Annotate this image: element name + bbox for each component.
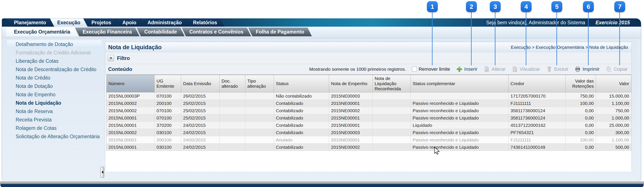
remove-limit-checkbox[interactable] [412,67,417,72]
top-menu-tab[interactable]: Administração [140,19,189,27]
table-cell: Passivo reconhecido e Liquidado [411,100,508,107]
table-cell: 0,00 [566,107,596,114]
top-menu-tab[interactable]: Execução [50,19,88,27]
sidebar-item[interactable]: Receita Prevista [7,116,102,124]
sub-menu-tab[interactable]: Contratos e Convênios [182,28,251,36]
column-header[interactable]: UG Emitente [154,75,181,92]
table-cell: 030100 [154,129,181,136]
column-header[interactable]: Valor das Retenções [566,75,596,92]
callout-badge: 1 [427,1,438,12]
window-bottom-shadow [0,181,644,184]
table-cell: 25/02/2015 [181,114,220,122]
welcome-bar: Seja bem vindo(a), Administrador do Sist… [486,19,630,27]
grid-area: NúmeroUG EmitenteData EmissãoDoc. altera… [105,74,632,171]
table-cell [373,136,411,144]
table-row[interactable]: 2015NL00003P07010026/02/2015Não contabil… [106,92,631,100]
sub-menu-tab[interactable]: Contabilidade [136,28,184,36]
edit-button: Alterar [484,66,506,72]
toolbar: Mostrando somente os 1000 primeiros regi… [309,66,628,72]
edit-document-icon [484,66,490,72]
column-header[interactable]: Tipo alteração [245,75,274,92]
sub-menu-tab[interactable]: Execução Financeira [75,28,140,36]
table-row[interactable]: 2015NL0000137020024/02/2015Contabilizado… [106,122,631,129]
table-cell: Passivo reconhecido e Liquidado [411,129,508,136]
sidebar-item[interactable]: Nota de Crédito [7,74,102,82]
table-row[interactable]: 2015NL0000107010025/02/2015Contabilizado… [106,114,631,122]
table-cell [245,136,274,144]
records-table: NúmeroUG EmitenteData EmissãoDoc. altera… [106,75,631,151]
top-menu-tab[interactable]: Relatórios [186,19,224,27]
sidebar-item[interactable]: Nota de Liquidação [7,99,102,107]
sub-menu-tab[interactable]: Folha de Pagamento [248,28,312,36]
table-cell: Contabilizado [274,100,329,107]
table-cell: 35811736000124 [508,107,566,114]
table-cell [245,107,274,114]
sidebar-item[interactable]: Liberação de Cotas [7,57,102,65]
sidebar-item[interactable]: Detalhamento de Dotação [7,40,102,49]
table-cell: 2015NL00001 [106,136,154,144]
record-limit-text: Mostrando somente os 1000 primeiros regi… [309,67,406,72]
sidebar-item[interactable]: Solicitação de Alteração Orçamentária [7,132,102,141]
table-cell: 25/02/2015 [181,107,220,114]
table-cell [245,129,274,136]
sub-menu-bar: Execução OrçamentáriaExecução Financeira… [2,27,641,38]
table-cell: 74361411000149 [508,144,566,151]
table-cell: 200100 [154,100,181,107]
top-menu-tab[interactable]: Projetos [84,19,118,27]
callout-badge: 5 [552,1,562,12]
sidebar-item[interactable]: Nota de Descentralização de Crédito [7,65,102,74]
welcome-text: Seja bem vindo(a), Administrador do Sist… [486,20,586,26]
sidebar-item[interactable]: Nota de Empenho [7,90,102,99]
column-header[interactable]: Status [274,75,329,92]
table-cell [220,114,245,122]
table-cell [245,122,274,129]
column-header[interactable]: Número [106,75,154,92]
column-header[interactable]: Data Emissão [181,75,220,92]
table-row[interactable]: 2015NL0000203010024/02/2015Contabilizado… [106,129,631,136]
table-cell: FJ1111111 [508,136,566,144]
table-cell: 26/02/2015 [181,92,220,100]
top-menu-tab[interactable]: Apoio [115,19,144,27]
column-header[interactable]: Status complementar [411,75,508,92]
table-cell: 24/02/2015 [181,129,220,136]
sidebar-item[interactable]: Rolagem de Cotas [7,124,102,132]
table-cell: Contabilizado [274,122,329,129]
content-section-header: Conteúdo Mostrando somente os 1000 prime… [105,64,632,74]
table-row[interactable]: 2015NL0000103010024/02/2015Contabilizado… [106,144,631,151]
table-cell: 030100 [154,144,181,151]
table-cell: 0,00 [566,144,596,151]
table-cell: 24/02/2015 [181,144,220,151]
insert-button[interactable]: Inserir [456,66,478,72]
table-row[interactable]: 2015NL0000207010025/02/2015Contabilizado… [106,107,631,114]
sidebar-item[interactable]: Nota de Dotação [7,82,102,90]
table-cell: 750,00 [566,92,596,100]
column-header[interactable]: Nota de Empenho [329,75,373,92]
table-cell: Passivo reconhecido e Liquidado [411,144,508,151]
column-header[interactable]: Valor [596,75,631,92]
print-button[interactable]: Imprimir [574,66,600,72]
table-cell: 45137122000162 [508,122,566,129]
table-row[interactable]: 2015NL0000220010025/02/2015Contabilizado… [106,100,631,107]
breadcrumb: Execução > Execução Orçamentária > Nota … [511,45,628,50]
table-cell: 0,00 [566,114,596,122]
sub-menu-tab[interactable]: Execução Orçamentária [6,28,78,36]
table-cell: 2015NL00001 [106,122,154,129]
remove-limit-group: Remover limite [412,66,450,72]
top-menu-tab[interactable]: Planejamento [7,19,54,27]
table-cell [411,92,508,100]
column-header[interactable]: Nota de Liquidação Reconhecida [373,75,411,92]
filter-section-header: > Filtro [105,53,632,64]
table-cell: 17172057000170 [508,92,566,100]
toolbar-buttons: InserirAlterarVisualizarExcluirImprimirC… [456,66,628,72]
sidebar-collapse-handle[interactable] [100,167,104,177]
copy-button: Copiar [606,66,628,72]
table-cell [220,129,245,136]
table-cell [220,144,245,151]
sidebar-item[interactable]: Nota de Reserva [7,107,102,116]
table-row[interactable]: 2015NL0000120010024/02/2015Anulado2015NE… [106,136,631,144]
table-cell: 100,00 [566,100,596,107]
table-cell: 500,00 [596,144,631,151]
column-header[interactable]: Credor [508,75,566,92]
filter-expand-button[interactable]: > [108,55,114,61]
column-header[interactable]: Doc. alterado [220,75,245,92]
